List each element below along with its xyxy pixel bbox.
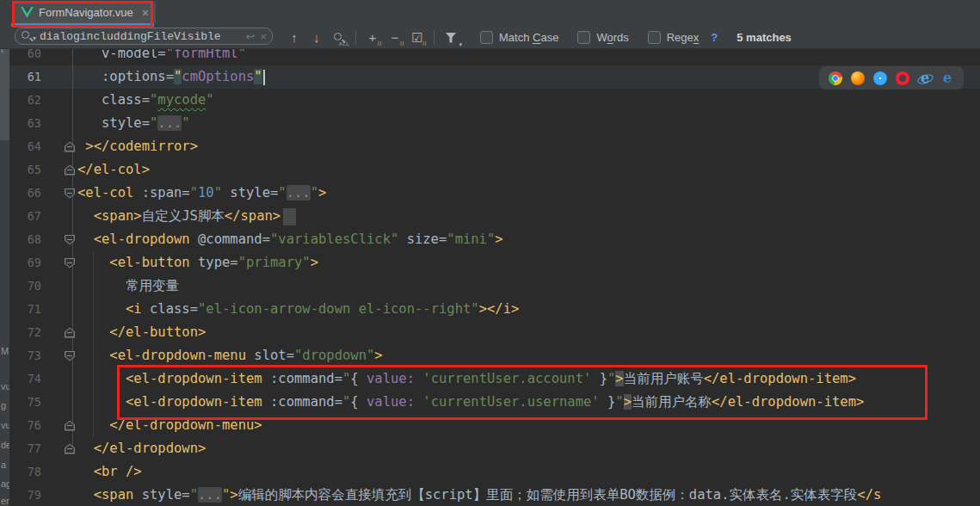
code-line[interactable]: 78<br /> (0, 460, 980, 484)
safari-browser-icon[interactable] (873, 71, 887, 85)
chrome-browser-icon[interactable] (829, 71, 842, 85)
gutter-fold-column (41, 112, 77, 135)
code-text[interactable]: </el-dropdown-menu> (77, 414, 980, 437)
fold-marker-up-icon[interactable] (65, 142, 75, 152)
clear-search-icon[interactable]: × (260, 30, 267, 43)
code-token: " (182, 115, 189, 131)
tab-formnavigator[interactable]: FormNavigator.vue × (12, 2, 156, 23)
editor-tab-bar: FormNavigator.vue × (0, 0, 980, 27)
code-token: " (342, 394, 350, 410)
words-option[interactable]: Words (577, 31, 628, 44)
code-token: <i (126, 301, 142, 317)
code-text[interactable]: <span>自定义JS脚本</span> (77, 205, 980, 228)
select-all-occurrences-button[interactable]: ☑ II (407, 29, 428, 46)
add-selection-button[interactable]: + II (362, 29, 383, 46)
search-field[interactable]: ▾ ↩ × (15, 28, 273, 45)
toolbar-divider (355, 31, 356, 45)
code-token: type= (190, 255, 238, 270)
fold-marker-down-icon[interactable] (65, 351, 75, 361)
fold-marker-down-icon[interactable] (65, 258, 75, 268)
next-occurrence-button[interactable]: ↓ (306, 29, 327, 46)
code-line[interactable]: 67<span>自定义JS脚本</span> (0, 205, 980, 228)
code-line[interactable]: 73<el-dropdown-menu slot="dropdown"> (0, 344, 980, 367)
code-text[interactable]: <span style="...">编辑的脚本内容会直接填充到【script】里… (77, 484, 980, 506)
fold-marker-up-icon[interactable] (65, 421, 75, 431)
code-line[interactable]: 66<el-col :span="10" style="..."> (0, 182, 980, 205)
code-text[interactable]: ></codemirror> (77, 135, 980, 158)
code-line[interactable]: 76</el-dropdown-menu> (0, 414, 980, 437)
code-line[interactable]: 70常用变量 (0, 275, 980, 298)
browser-preview-panel: ee (819, 66, 964, 89)
code-token: "mini" (447, 231, 495, 247)
fold-marker-up-icon[interactable] (65, 328, 75, 338)
code-token: <el-col (77, 185, 133, 201)
code-text[interactable]: <el-dropdown @command="variablesClick" s… (77, 228, 980, 251)
code-text[interactable]: class="mycode" (77, 89, 980, 112)
code-line[interactable]: 75<el-dropdown-item :command="{ value: '… (0, 391, 980, 414)
fold-marker-up-icon[interactable] (65, 165, 75, 176)
code-line[interactable]: 77</el-dropdown> (0, 437, 980, 460)
code-line[interactable]: 65</el-col> (0, 158, 980, 182)
remove-selection-button[interactable]: − II (385, 29, 405, 46)
code-token: } (591, 371, 607, 386)
code-token: </span> (225, 208, 280, 224)
code-area[interactable]: 60v-model="formHtml"61:options="cmOption… (0, 42, 980, 506)
code-text[interactable]: <el-dropdown-menu slot="dropdown"> (77, 344, 980, 367)
regex-option[interactable]: Regex (648, 31, 700, 44)
filter-search-results-button[interactable]: ▾ (441, 29, 461, 46)
code-text[interactable]: <el-dropdown-item :command="{ value: 'cu… (77, 367, 980, 391)
regex-help-icon[interactable]: ? (711, 31, 718, 44)
match-case-option[interactable]: Match Case (480, 31, 558, 44)
opera-browser-icon[interactable] (896, 71, 909, 85)
code-line[interactable]: 79<span style="...">编辑的脚本内容会直接填充到【script… (0, 484, 980, 506)
code-text[interactable]: <i class="el-icon-arrow-down el-icon--ri… (77, 298, 980, 321)
find-all-button[interactable]: ALL (329, 29, 349, 46)
code-text[interactable]: style="..." (77, 112, 980, 135)
match-case-label[interactable]: Match Case (499, 31, 558, 44)
newline-icon[interactable]: ↩ (246, 30, 256, 43)
code-token: value: (367, 371, 415, 386)
code-line[interactable]: 72</el-button> (0, 321, 980, 344)
code-line[interactable]: 62class="mycode" (0, 89, 980, 112)
code-line[interactable]: 64></codemirror> (0, 135, 980, 158)
search-icon[interactable] (21, 30, 33, 42)
tab-title: FormNavigator.vue (39, 6, 133, 19)
code-text[interactable]: <el-dropdown-item :command="{ value: 'cu… (77, 391, 980, 414)
code-line[interactable]: 69<el-button type="primary"> (0, 251, 980, 275)
code-text[interactable]: </el-button> (77, 321, 980, 344)
match-case-checkbox[interactable] (480, 31, 493, 44)
words-checkbox[interactable] (577, 31, 590, 44)
tab-close-icon[interactable]: × (142, 7, 149, 19)
code-text[interactable]: <el-col :span="10" style="..."> (77, 182, 980, 205)
code-text[interactable]: <br /> (77, 460, 980, 484)
ie-browser-icon[interactable]: e (918, 71, 932, 85)
firefox-browser-icon[interactable] (851, 71, 865, 85)
gutter-fold-column (41, 460, 77, 484)
previous-occurrence-button[interactable]: ↑ (284, 29, 305, 46)
code-token: ... (287, 185, 311, 201)
search-input[interactable] (38, 30, 240, 43)
code-text[interactable]: </el-col> (77, 158, 980, 182)
fold-marker-down-icon[interactable] (65, 235, 75, 245)
words-label[interactable]: Words (596, 31, 628, 44)
code-text[interactable]: 常用变量 (77, 275, 980, 298)
code-token: { (350, 394, 367, 410)
code-line[interactable]: 71<i class="el-icon-arrow-down el-icon--… (0, 298, 980, 321)
regex-checkbox[interactable] (648, 31, 661, 44)
fold-marker-down-icon[interactable] (65, 188, 75, 199)
code-line[interactable]: 68<el-dropdown @command="variablesClick"… (0, 228, 980, 251)
tree-item-fragment: vu (1, 421, 9, 430)
edge-browser-icon[interactable]: e (940, 71, 954, 85)
fold-marker-up-icon[interactable] (65, 444, 75, 454)
gutter-fold-column (41, 89, 77, 112)
code-line[interactable]: 74<el-dropdown-item :command="{ value: '… (0, 367, 980, 391)
code-token: > (495, 231, 502, 247)
text-caret (263, 70, 265, 85)
code-token: :command= (262, 371, 342, 386)
code-text[interactable]: </el-dropdown> (77, 437, 980, 460)
code-text[interactable]: <el-button type="primary"> (77, 251, 980, 275)
code-line[interactable]: 63style="..." (0, 112, 980, 135)
regex-label[interactable]: Regex (667, 31, 700, 44)
find-options: Match CaseWordsRegex (480, 31, 699, 44)
code-token: <el-dropdown-item (126, 371, 262, 386)
